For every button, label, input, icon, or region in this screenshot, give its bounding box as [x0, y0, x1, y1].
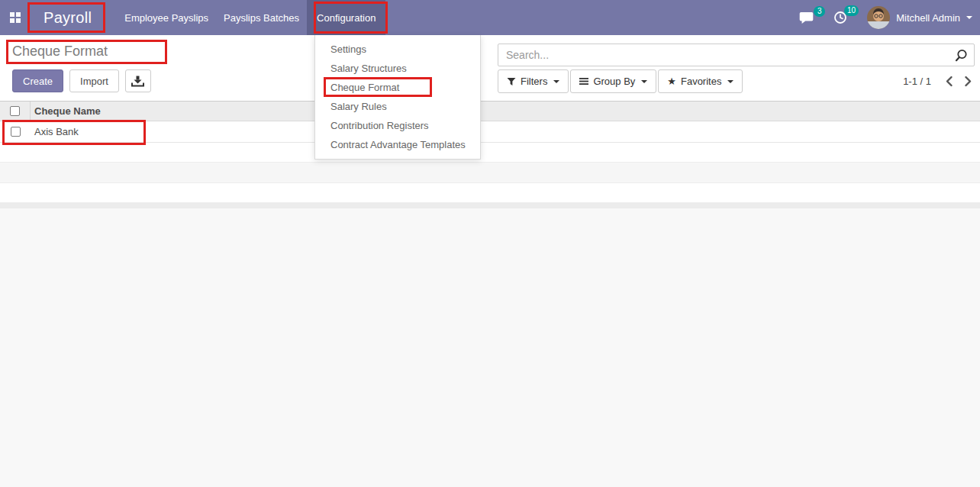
group-by-button[interactable]: Group By [570, 69, 656, 93]
cheque-name-cell[interactable]: Axis Bank [31, 126, 79, 137]
apps-grid-icon [10, 12, 21, 23]
table-row[interactable]: Axis Bank [0, 121, 980, 143]
user-avatar[interactable] [867, 6, 890, 29]
activities-button[interactable]: 10 [833, 11, 847, 24]
group-by-bars-icon [579, 77, 588, 85]
row-check-cell [0, 121, 31, 142]
page-background [0, 208, 980, 487]
header-check-cell [0, 102, 31, 121]
control-panel: Cheque Format Create Import Filters [0, 35, 980, 102]
menu-payslips-batches[interactable]: Payslips Batches [216, 0, 307, 35]
configuration-dropdown: Settings Salary Structures Cheque Format… [314, 35, 481, 160]
activities-badge: 10 [844, 5, 859, 16]
export-button[interactable] [125, 69, 151, 92]
favorites-caret-icon [727, 80, 733, 83]
download-icon [131, 76, 144, 87]
search-icon [955, 49, 968, 62]
empty-row [0, 143, 980, 163]
pager-range: 1-1 / 1 [903, 76, 931, 87]
action-buttons: Create Import [12, 69, 151, 92]
table-end-divider [0, 203, 980, 208]
search-options-row: Filters Group By ★ Favorites 1-1 / 1 [498, 69, 974, 93]
search-box [498, 44, 975, 66]
favorites-star-icon: ★ [667, 76, 676, 87]
breadcrumb[interactable]: Cheque Format [12, 44, 108, 60]
top-navbar: Payroll Employee Payslips Payslips Batch… [0, 0, 980, 35]
app-title[interactable]: Payroll [44, 9, 92, 27]
search-input[interactable] [498, 49, 948, 61]
apps-menu-button[interactable] [7, 0, 24, 35]
empty-row [0, 163, 980, 183]
pager-previous-button[interactable] [943, 74, 955, 89]
chevron-right-icon [964, 76, 972, 87]
messages-badge: 3 [814, 6, 825, 17]
empty-row [0, 183, 980, 203]
main-menu: Employee Payslips Payslips Batches Confi… [117, 0, 385, 35]
systray: 3 10 Mitchell Admin [799, 6, 972, 29]
create-button[interactable]: Create [12, 69, 63, 92]
favorites-button[interactable]: ★ Favorites [658, 69, 743, 93]
pager: 1-1 / 1 [903, 74, 974, 89]
messages-button[interactable]: 3 [799, 11, 814, 24]
dropdown-item-salary-structures[interactable]: Salary Structures [315, 59, 480, 78]
filters-caret-icon [553, 80, 559, 83]
pager-next-button[interactable] [962, 74, 974, 89]
filter-funnel-icon [507, 77, 516, 86]
column-header-cheque-name[interactable]: Cheque Name [31, 105, 101, 117]
dropdown-item-contract-advantage-templates[interactable]: Contract Advantage Templates [315, 135, 480, 154]
menu-configuration[interactable]: Configuration [307, 0, 385, 35]
dropdown-item-salary-rules[interactable]: Salary Rules [315, 97, 480, 116]
group-by-caret-icon [641, 80, 647, 83]
filters-button[interactable]: Filters [498, 69, 569, 93]
user-menu-caret-icon[interactable] [966, 16, 972, 19]
select-all-checkbox[interactable] [10, 106, 20, 116]
list-header-row: Cheque Name [0, 102, 980, 121]
dropdown-item-cheque-format[interactable]: Cheque Format [315, 78, 480, 97]
dropdown-item-contribution-registers[interactable]: Contribution Registers [315, 116, 480, 135]
row-checkbox[interactable] [11, 127, 21, 137]
user-name[interactable]: Mitchell Admin [896, 12, 960, 24]
chat-bubble-icon [799, 11, 814, 24]
menu-employee-payslips[interactable]: Employee Payslips [117, 0, 216, 35]
search-submit-button[interactable] [948, 49, 974, 62]
avatar-photo [867, 6, 890, 29]
dropdown-item-settings[interactable]: Settings [315, 40, 480, 59]
chevron-left-icon [945, 76, 953, 87]
import-button[interactable]: Import [69, 69, 119, 92]
